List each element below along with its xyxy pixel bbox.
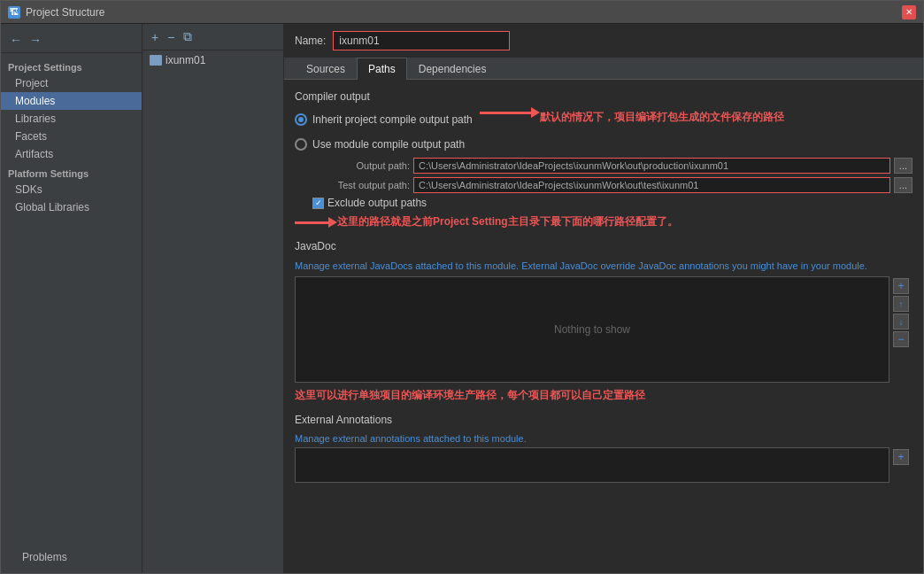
middle-toolbar: + − ⧉ [142,24,283,50]
javadoc-empty-label: Nothing to show [554,323,630,336]
javadoc-remove-button[interactable]: − [893,331,909,347]
forward-button[interactable]: → [27,31,43,49]
javadoc-move-up-button[interactable]: ↑ [893,296,909,312]
sidebar-item-modules[interactable]: Modules [1,92,142,110]
folder-icon [150,55,162,66]
sidebar-item-libraries[interactable]: Libraries [1,110,142,128]
name-input[interactable] [333,31,510,50]
module-name: ixunm01 [166,54,205,66]
sidebar-item-sdks[interactable]: SDKs [1,181,142,198]
inherit-label: Inherit project compile output path [312,113,473,126]
use-module-radio[interactable] [295,138,307,151]
sidebar-toolbar: ← → [1,27,142,53]
sidebar-item-project[interactable]: Project [1,74,142,92]
sidebar-item-facets[interactable]: Facets [1,128,142,145]
external-annotations-title: External Annotations [295,414,912,426]
module-item[interactable]: ixunm01 [142,50,283,70]
javadoc-title: JavaDoc [295,240,912,252]
tab-dependencies[interactable]: Dependencies [407,58,498,80]
javadoc-description: Manage external JavaDocs attached to thi… [295,260,912,273]
output-path-browse[interactable]: ... [894,158,912,174]
back-button[interactable]: ← [8,31,24,49]
sidebar-item-artifacts[interactable]: Artifacts [1,145,142,163]
test-output-path-input[interactable] [413,177,890,193]
ext-ann-add-button[interactable]: + [893,449,909,465]
title-bar-left: 🏗 Project Structure [8,6,104,19]
javadoc-section: JavaDoc Manage external JavaDocs attache… [295,240,912,403]
remove-module-button[interactable]: − [164,28,178,46]
panel-content: Compiler output Inherit project compile … [284,80,923,573]
annotation-note3: 这里可以进行单独项目的编译环境生产路径，每个项目都可以自己定置路径 [295,388,912,403]
test-output-path-browse[interactable]: ... [894,177,912,193]
test-output-path-label: Test output path: [312,180,410,190]
javadoc-move-down-button[interactable]: ↓ [893,314,909,330]
output-path-row: Output path: ... [295,158,912,174]
compiler-output-title: Compiler output [295,90,912,103]
tab-sources[interactable]: Sources [295,58,357,80]
project-structure-window: 🏗 Project Structure ✕ ← → Project Settin… [0,0,924,574]
use-module-option-row: Use module compile output path [295,135,912,154]
use-module-label: Use module compile output path [312,138,465,151]
exclude-label: Exclude output paths [327,197,427,209]
sidebar-item-global-libraries[interactable]: Global Libraries [1,198,142,216]
name-row: Name: [284,24,923,58]
title-bar: 🏗 Project Structure ✕ [1,1,923,24]
output-path-label: Output path: [312,160,410,171]
annotation-note2: 这里的路径就是之前Project Setting主目录下最下面的哪行路径配置了。 [337,214,678,229]
right-panel: Name: Sources Paths Dependencies C [284,24,923,573]
close-button[interactable]: ✕ [902,5,916,19]
window-icon: 🏗 [8,6,20,19]
output-path-input[interactable] [413,158,890,174]
middle-panel: + − ⧉ ixunm01 [142,24,284,573]
javadoc-list: Nothing to show [295,276,889,383]
sidebar: ← → Project Settings Project Modules Lib… [1,24,142,573]
external-annotations-section: External Annotations Manage external ann… [295,414,912,483]
add-module-button[interactable]: + [148,28,162,46]
window-title: Project Structure [26,6,104,19]
sidebar-item-problems[interactable]: Problems [8,548,135,566]
external-annotations-description: Manage external annotations attached to … [295,433,912,444]
platform-settings-title: Platform Settings [1,163,142,181]
inherit-radio[interactable] [295,113,307,126]
tabs-row: Sources Paths Dependencies [284,58,923,80]
inherit-option-row: Inherit project compile output path [295,110,473,129]
tab-paths[interactable]: Paths [357,58,407,80]
exclude-checkbox-row: ✓ Exclude output paths [295,197,912,209]
project-settings-title: Project Settings [1,57,142,74]
copy-module-button[interactable]: ⧉ [180,27,196,46]
exclude-checkbox[interactable]: ✓ [312,198,324,209]
javadoc-add-button[interactable]: + [893,278,909,294]
name-label: Name: [295,35,326,47]
main-content: ← → Project Settings Project Modules Lib… [1,24,923,573]
test-output-path-row: Test output path: ... [295,177,912,193]
external-annotations-list [295,447,889,483]
annotation-note1: 默认的情况下，项目编译打包生成的文件保存的路径 [540,110,912,125]
compiler-output-section: Compiler output Inherit project compile … [295,90,912,229]
